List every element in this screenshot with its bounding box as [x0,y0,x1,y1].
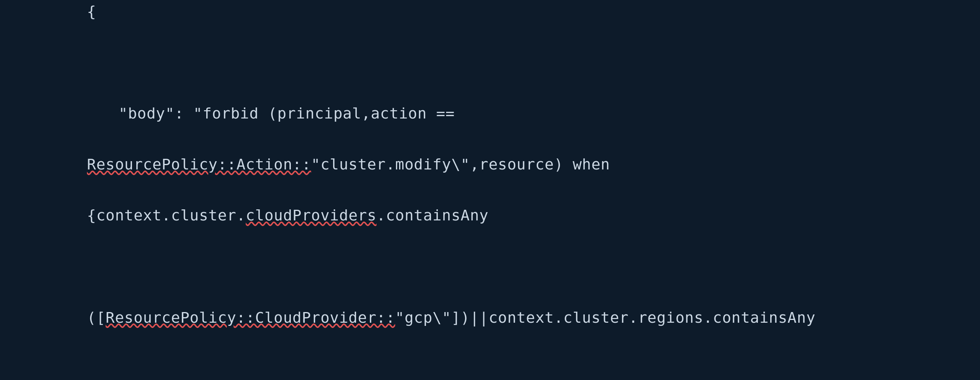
line-7: { [24,0,956,24]
line-13: ([ResourcePolicy::CloudProvider::"gcp\"]… [24,305,956,331]
cloud-providers-squiggle: cloudProviders [246,207,377,224]
line-11: {context.cluster.cloudProviders.contains… [24,203,956,228]
line-10: ResourcePolicy::Action::"cluster.modify\… [24,152,956,177]
code-block: { "name": "Policy Restricting All GCP Cl… [24,0,956,380]
line-12 [24,254,956,279]
line-8 [24,50,956,75]
line-9: "body": "forbid (principal,action == [24,101,956,126]
resource-policy-action: ResourcePolicy::Action:: [87,156,311,173]
code-container: { "name": "Policy Restricting All GCP Cl… [0,0,980,380]
cloud-provider-squiggle: ResourcePolicy::CloudProvider:: [106,309,395,326]
line-14 [24,356,956,380]
